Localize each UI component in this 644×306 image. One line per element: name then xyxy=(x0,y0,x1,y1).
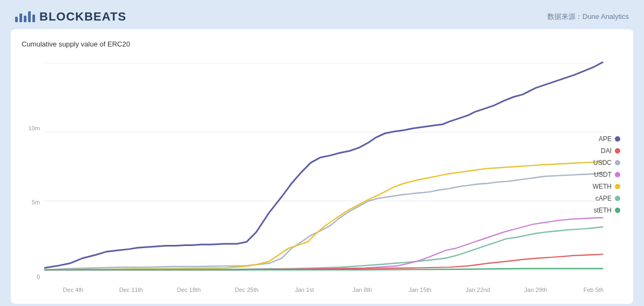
legend-item-ape: APE xyxy=(593,135,620,143)
legend-label-ape: APE xyxy=(599,135,612,143)
legend-item-dai: DAI xyxy=(593,147,620,155)
legend-item-weth: WETH xyxy=(593,183,620,190)
legend-label-usdc: USDC xyxy=(593,159,612,167)
legend-dot-usdt xyxy=(615,172,620,177)
chart-area: 10m 5m 0 xyxy=(22,57,622,293)
logo-icon xyxy=(15,11,35,22)
legend-label-dai: DAI xyxy=(601,147,612,155)
data-source-label: 数据来源：Dune Analytics xyxy=(547,12,629,22)
x-label-dec18: Dec 18th xyxy=(160,287,218,293)
legend-item-usdc: USDC xyxy=(593,159,620,167)
x-label-dec11: Dec 11th xyxy=(102,287,160,293)
legend: APE DAI USDC USDT WETH cAPE xyxy=(593,135,622,214)
y-axis: 10m 5m 0 xyxy=(22,57,44,293)
legend-dot-usdc xyxy=(615,160,620,165)
y-label-10m: 10m xyxy=(22,125,44,131)
x-label-jan8: Jan 8th xyxy=(333,287,391,293)
chart-svg-wrapper xyxy=(44,57,622,284)
header: BLOCKBEATS 数据来源：Dune Analytics xyxy=(0,0,644,29)
legend-label-usdt: USDT xyxy=(594,171,612,178)
x-label-jan22: Jan 22nd xyxy=(449,287,507,293)
logo: BLOCKBEATS xyxy=(15,10,126,24)
legend-dot-dai xyxy=(615,148,620,154)
x-label-jan15: Jan 15th xyxy=(391,287,449,293)
legend-label-cape: cAPE xyxy=(595,195,612,202)
legend-dot-ape xyxy=(615,136,620,142)
x-label-dec4: Dec 4th xyxy=(44,287,102,293)
legend-label-steth: stETH xyxy=(594,207,612,214)
x-label-jan1: Jan 1st xyxy=(275,287,333,293)
legend-item-cape: cAPE xyxy=(593,195,620,202)
legend-dot-cape xyxy=(615,196,620,201)
logo-text: BLOCKBEATS xyxy=(39,10,126,24)
chart-body: Dec 4th Dec 11th Dec 18th Dec 25th Jan 1… xyxy=(44,57,622,293)
legend-item-usdt: USDT xyxy=(593,171,620,178)
chart-container: Cumulative supply value of ERC20 10m 5m … xyxy=(11,29,633,304)
x-label-jan29: Jan 29th xyxy=(507,287,565,293)
y-label-5m: 5m xyxy=(22,199,44,205)
chart-title: Cumulative supply value of ERC20 xyxy=(22,40,622,48)
x-label-feb5: Feb 5th xyxy=(565,287,622,293)
x-label-dec25: Dec 25th xyxy=(218,287,275,293)
legend-dot-weth xyxy=(615,184,620,189)
legend-item-steth: stETH xyxy=(593,207,620,214)
x-axis: Dec 4th Dec 11th Dec 18th Dec 25th Jan 1… xyxy=(44,284,622,293)
legend-label-weth: WETH xyxy=(593,183,612,190)
legend-dot-steth xyxy=(615,208,620,213)
y-label-0: 0 xyxy=(22,274,44,280)
